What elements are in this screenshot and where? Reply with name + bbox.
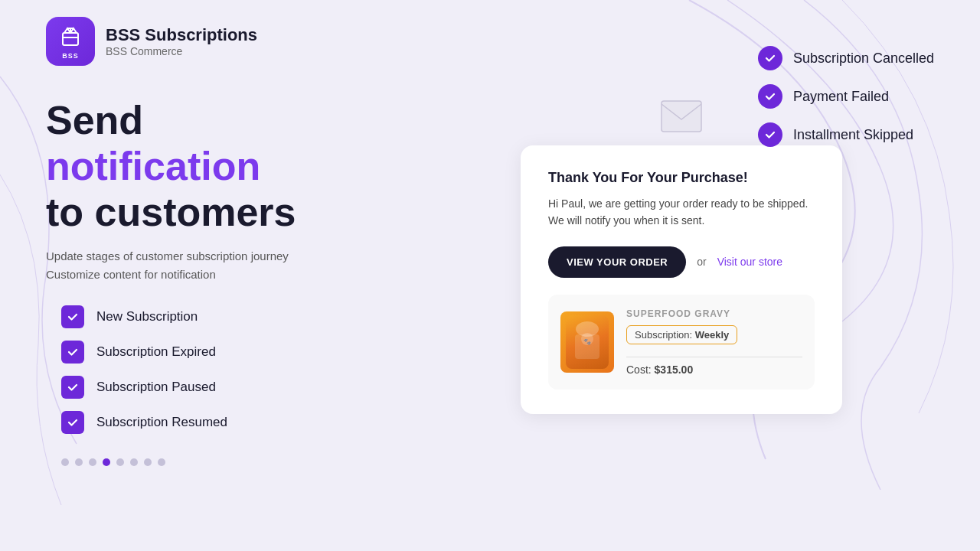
view-order-button[interactable]: VIEW YOUR ORDER bbox=[548, 246, 686, 278]
check-box bbox=[61, 376, 84, 399]
logo-box: BSS bbox=[46, 17, 95, 66]
dot-1[interactable] bbox=[75, 458, 83, 466]
notif-check-installment bbox=[758, 122, 782, 147]
email-title: Thank You For Your Purchase! bbox=[548, 170, 815, 186]
check-item-subscription-paused: Subscription Paused bbox=[61, 376, 398, 399]
notif-item-payment: Payment Failed bbox=[758, 84, 934, 109]
check-icon bbox=[67, 381, 79, 393]
hero-line2: notification bbox=[46, 144, 398, 190]
check-box bbox=[61, 305, 84, 328]
product-divider bbox=[626, 357, 802, 357]
svg-text:🐾: 🐾 bbox=[583, 337, 591, 345]
hero-subtitle: Update stages of customer subscription j… bbox=[46, 247, 398, 284]
check-label-3: Subscription Resumed bbox=[96, 415, 227, 430]
notif-label-payment: Payment Failed bbox=[793, 89, 889, 105]
hero-title: Send notification to customers bbox=[46, 98, 398, 235]
hero-line1: Send bbox=[46, 98, 398, 144]
svg-rect-0 bbox=[63, 33, 78, 45]
main-content: Send notification to customers Update st… bbox=[0, 98, 980, 466]
check-item-new-subscription: New Subscription bbox=[61, 305, 398, 328]
notif-check-cancelled bbox=[758, 46, 782, 70]
logo-icon bbox=[57, 24, 84, 51]
dot-5[interactable] bbox=[130, 458, 138, 466]
carousel-dots bbox=[61, 458, 398, 466]
brand-sub: BSS Commerce bbox=[106, 45, 257, 57]
check-label-2: Subscription Paused bbox=[96, 380, 216, 395]
product-info: SUPERFOOD GRAVY Subscription: Weekly Cos… bbox=[626, 308, 802, 376]
badge-prefix: Subscription: bbox=[635, 329, 692, 341]
dot-3[interactable] bbox=[103, 458, 110, 466]
notif-item-installment: Installment Skipped bbox=[758, 122, 934, 147]
subtitle-line2: Customize content for notification bbox=[46, 266, 398, 284]
brand-text: BSS Subscriptions BSS Commerce bbox=[106, 25, 257, 57]
svg-rect-1 bbox=[662, 101, 701, 132]
email-card: Thank You For Your Purchase! Hi Paul, we… bbox=[521, 145, 842, 414]
check-item-subscription-resumed: Subscription Resumed bbox=[61, 411, 398, 434]
dot-7[interactable] bbox=[158, 458, 165, 466]
check-icon bbox=[764, 90, 776, 103]
check-icon bbox=[764, 52, 776, 64]
left-panel: Send notification to customers Update st… bbox=[46, 98, 398, 466]
cost-value: $315.00 bbox=[655, 364, 694, 376]
brand-name: BSS Subscriptions bbox=[106, 25, 257, 45]
check-icon bbox=[764, 129, 776, 141]
hero-line3: to customers bbox=[46, 190, 398, 236]
check-box bbox=[61, 341, 84, 364]
notif-check-payment bbox=[758, 84, 782, 109]
email-body: Hi Paul, we are getting your order ready… bbox=[548, 195, 815, 230]
product-cost: Cost: $315.00 bbox=[626, 364, 802, 376]
email-actions: VIEW YOUR ORDER or Visit our store bbox=[548, 246, 815, 278]
product-bag-image: 🐾 bbox=[566, 315, 609, 369]
check-label-1: Subscription Expired bbox=[96, 344, 216, 360]
dot-0[interactable] bbox=[61, 458, 69, 466]
badge-value: Weekly bbox=[695, 329, 730, 341]
logo-text: BSS bbox=[62, 52, 79, 60]
notif-item-cancelled: Subscription Cancelled bbox=[758, 46, 934, 70]
subtitle-line1: Update stages of customer subscription j… bbox=[46, 247, 398, 266]
product-image: 🐾 bbox=[560, 311, 614, 373]
check-icon bbox=[67, 346, 79, 358]
product-card: 🐾 SUPERFOOD GRAVY Subscription: Weekly C… bbox=[548, 295, 815, 390]
visit-store-link[interactable]: Visit our store bbox=[717, 256, 782, 268]
dot-4[interactable] bbox=[116, 458, 124, 466]
check-label-0: New Subscription bbox=[96, 309, 198, 324]
checklist: New Subscription Subscription Expired bbox=[61, 305, 398, 434]
cost-prefix: Cost: bbox=[626, 364, 652, 376]
dot-6[interactable] bbox=[144, 458, 152, 466]
check-item-subscription-expired: Subscription Expired bbox=[61, 341, 398, 364]
check-icon bbox=[67, 311, 79, 323]
product-subscription-badge: Subscription: Weekly bbox=[626, 325, 737, 344]
check-icon bbox=[67, 416, 79, 429]
email-envelope-icon bbox=[658, 98, 704, 138]
right-panel: Thank You For Your Purchase! Hi Paul, we… bbox=[429, 98, 934, 466]
top-notifications: Subscription Cancelled Payment Failed In… bbox=[758, 46, 934, 147]
notif-label-installment: Installment Skipped bbox=[793, 127, 913, 143]
or-text: or bbox=[697, 256, 706, 268]
product-name: SUPERFOOD GRAVY bbox=[626, 308, 802, 319]
notif-label-cancelled: Subscription Cancelled bbox=[793, 51, 934, 67]
dot-2[interactable] bbox=[89, 458, 96, 466]
check-box bbox=[61, 411, 84, 434]
